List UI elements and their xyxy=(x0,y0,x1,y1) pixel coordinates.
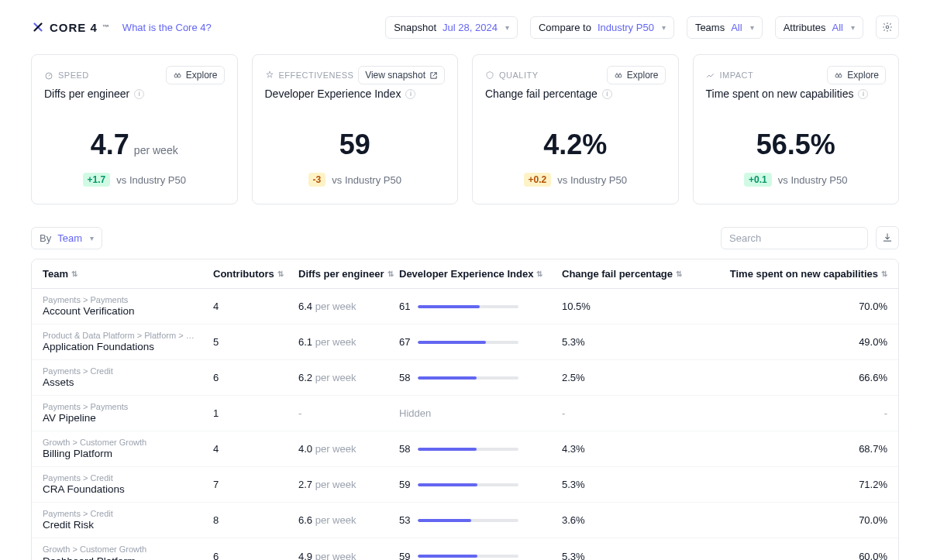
table-row[interactable]: Payments > Payments AV Pipeline 1 - Hidd… xyxy=(32,396,898,431)
teams-selector[interactable]: Teams All ▾ xyxy=(687,16,763,39)
col-dei[interactable]: Developer Experience Index ⇅ xyxy=(399,268,562,280)
team-path: Payments > Payments xyxy=(43,295,198,305)
chevron-down-icon: ▾ xyxy=(851,23,855,32)
newcap-cell: 60.0% xyxy=(686,551,887,561)
team-cell: Payments > Credit CRA Foundations xyxy=(43,473,213,496)
snapshot-value: Jul 28, 2024 xyxy=(443,22,498,33)
delta-row: +0.2 vs Industry P50 xyxy=(524,173,627,187)
team-name: Account Verification xyxy=(43,305,213,318)
metric-name: Diffs per engineer i xyxy=(44,88,225,100)
delta-badge: +0.2 xyxy=(524,173,552,187)
card-action-button[interactable]: Explore xyxy=(827,66,886,84)
col-cfp[interactable]: Change fail percentage ⇅ xyxy=(562,268,686,280)
col-contributors[interactable]: Contributors ⇅ xyxy=(213,268,298,280)
svg-point-0 xyxy=(886,26,889,29)
metric-value: 56.5% xyxy=(756,131,835,159)
chevron-down-icon: ▾ xyxy=(662,23,666,32)
team-path: Payments > Credit xyxy=(43,509,198,519)
card-action-button[interactable]: Explore xyxy=(607,66,666,84)
compare-selector[interactable]: Compare to Industry P50 ▾ xyxy=(530,16,674,39)
newcap-cell: 66.6% xyxy=(686,372,887,383)
header: CORE 4 ™ What is the Core 4? Snapshot Ju… xyxy=(31,15,899,39)
newcap-cell: 70.0% xyxy=(686,514,887,526)
metric-unit: per week xyxy=(134,145,178,156)
team-path: Growth > Customer Growth xyxy=(43,438,198,448)
table-row[interactable]: Payments > Credit CRA Foundations 7 2.7 … xyxy=(32,467,898,503)
metric-name: Developer Experience Index i xyxy=(265,88,446,100)
settings-button[interactable] xyxy=(876,15,899,39)
info-icon[interactable]: i xyxy=(134,89,144,99)
team-name: Credit Risk xyxy=(43,519,213,531)
team-cell: Product & Data Platform > Platform > Pro… xyxy=(43,331,213,353)
metric-card: IMPACT Explore Time spent on new capabil… xyxy=(693,54,900,204)
table-row[interactable]: Growth > Customer Growth Billing Platfor… xyxy=(32,431,898,467)
dei-cell: Hidden xyxy=(399,407,562,419)
category-label: SPEED xyxy=(44,70,89,80)
team-path: Payments > Credit xyxy=(43,473,198,483)
table-row[interactable]: Growth > Customer Growth Dashboard Platf… xyxy=(32,538,898,560)
team-name: Assets xyxy=(43,376,213,389)
info-icon[interactable]: i xyxy=(405,89,415,99)
snapshot-selector[interactable]: Snapshot Jul 28, 2024 ▾ xyxy=(385,16,518,39)
download-button[interactable] xyxy=(876,226,899,249)
svg-point-7 xyxy=(839,74,842,77)
sort-icon: ⇅ xyxy=(71,270,78,278)
info-icon[interactable]: i xyxy=(858,89,868,99)
newcap-cell: 70.0% xyxy=(686,301,887,312)
search-input[interactable] xyxy=(721,227,868,249)
diffs-cell: 6.6 per week xyxy=(298,514,399,526)
team-path: Growth > Customer Growth xyxy=(43,545,198,555)
table-row[interactable]: Payments > Payments Account Verification… xyxy=(32,289,898,325)
dei-cell: 67 xyxy=(399,336,562,348)
snapshot-label: Snapshot xyxy=(394,22,436,33)
compare-text: vs Industry P50 xyxy=(557,174,627,186)
category-label: IMPACT xyxy=(706,70,754,80)
compare-text: vs Industry P50 xyxy=(778,174,848,186)
sort-icon: ⇅ xyxy=(536,270,542,278)
diffs-cell: - xyxy=(298,407,399,419)
chevron-down-icon: ▾ xyxy=(90,234,94,242)
tm: ™ xyxy=(102,23,110,31)
contributors-cell: 7 xyxy=(213,479,298,490)
brand-text: CORE 4 xyxy=(50,21,98,34)
delta-row: +0.1 vs Industry P50 xyxy=(744,173,847,187)
group-by-value: Team xyxy=(57,232,82,244)
group-by-label: By xyxy=(40,232,51,244)
table-header: Team ⇅ Contributors ⇅ Diffs per engineer… xyxy=(32,259,898,289)
table-row[interactable]: Payments > Credit Credit Risk 8 6.6 per … xyxy=(32,503,898,538)
contributors-cell: 4 xyxy=(213,443,298,455)
brand-logo: CORE 4 ™ xyxy=(31,20,110,34)
card-action-button[interactable]: Explore xyxy=(166,66,225,84)
delta-badge: +0.1 xyxy=(744,173,772,187)
col-team[interactable]: Team ⇅ xyxy=(43,268,213,280)
attributes-value: All xyxy=(832,22,843,33)
card-action-button[interactable]: View snapshot xyxy=(358,66,445,84)
contributors-cell: 1 xyxy=(213,407,298,419)
col-newcap[interactable]: Time spent on new capabilities ⇅ xyxy=(686,268,887,280)
team-name: AV Pipeline xyxy=(43,412,213,424)
col-diffs[interactable]: Diffs per engineer ⇅ xyxy=(298,268,399,280)
attributes-selector[interactable]: Attributes All ▾ xyxy=(775,16,863,39)
team-cell: Payments > Credit Assets xyxy=(43,366,213,389)
teams-table: Team ⇅ Contributors ⇅ Diffs per engineer… xyxy=(31,259,899,560)
metric-name: Change fail percentage i xyxy=(485,88,666,100)
table-row[interactable]: Product & Data Platform > Platform > Pro… xyxy=(32,325,898,360)
sort-icon: ⇅ xyxy=(388,270,394,278)
svg-point-2 xyxy=(174,74,177,77)
what-is-link[interactable]: What is the Core 4? xyxy=(122,22,212,33)
attributes-label: Attributes xyxy=(784,22,826,33)
metric-value: 4.2% xyxy=(543,131,607,159)
diffs-cell: 6.4 per week xyxy=(298,301,399,312)
contributors-cell: 6 xyxy=(213,551,298,561)
gear-icon xyxy=(882,22,893,33)
table-row[interactable]: Payments > Credit Assets 6 6.2 per week … xyxy=(32,360,898,396)
group-by-selector[interactable]: By Team ▾ xyxy=(31,227,102,249)
diffs-cell: 6.2 per week xyxy=(298,372,399,383)
team-path: Product & Data Platform > Platform > Pro… xyxy=(43,331,198,341)
team-name: CRA Foundations xyxy=(43,483,213,496)
cfp-cell: 2.5% xyxy=(562,372,686,383)
metric-card: QUALITY Explore Change fail percentage i… xyxy=(472,54,679,204)
svg-point-5 xyxy=(618,74,622,77)
download-icon xyxy=(882,232,893,243)
info-icon[interactable]: i xyxy=(602,89,612,99)
